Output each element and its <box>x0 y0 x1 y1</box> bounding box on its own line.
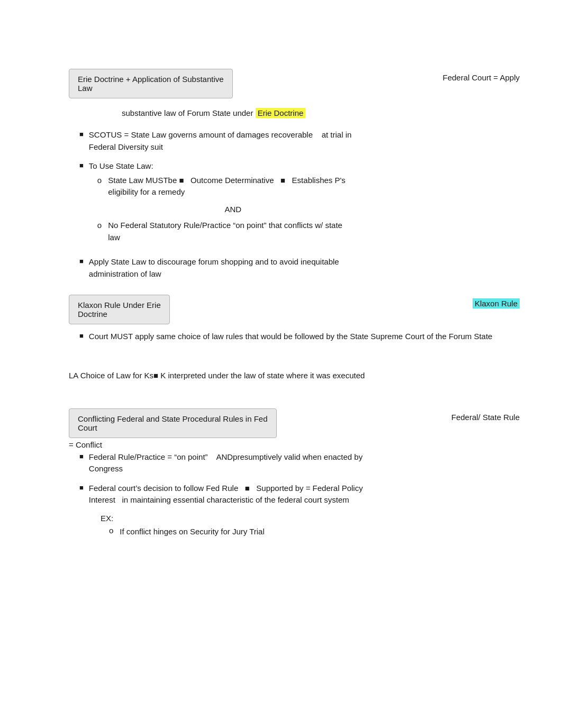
sub-item-a-text: State Law MUSTbe ■ Outcome Determinative… <box>108 175 346 198</box>
klaxon-bullet: ■ Court MUST apply same choice of law ru… <box>79 331 520 343</box>
klaxon-title-line2: Doctrine <box>78 310 161 319</box>
section1-bullet-3-text: Apply State Law to discourage forum shop… <box>89 256 339 280</box>
klaxon-header-row: Klaxon Rule Under Erie Doctrine Klaxon R… <box>69 295 520 326</box>
conflict-bullet-2: ■ Federal court’s decision to follow Fed… <box>79 483 520 506</box>
klaxon-rule-highlight: Klaxon Rule <box>473 298 520 308</box>
conflict-label-right: Federal/ State Rule <box>451 408 520 422</box>
section1-title-line1: Erie Doctrine + Application of Substanti… <box>78 75 224 84</box>
bullet-char-3: ■ <box>79 257 84 265</box>
klaxon-label-right: Klaxon Rule <box>473 295 520 308</box>
conflict-bullet-1-text: Federal Rule/Practice = “on point” ANDpr… <box>89 451 362 475</box>
conflict-equals-conflict: = Conflict <box>69 440 102 449</box>
ex-sub-char: o <box>109 526 113 535</box>
section1-intro-line: substantive law of Forum State under Eri… <box>122 107 520 120</box>
klaxon-bullet-char: ■ <box>79 332 84 340</box>
conflict-section: Conflicting Federal and State Procedural… <box>69 408 520 538</box>
sub-item-b-text: No Federal Statutory Rule/Practice “on p… <box>108 220 342 243</box>
conflict-sub-label: = Conflict <box>69 440 520 449</box>
section1-bullet-2-content: To Use State Law: o State Law MUSTbe ■ O… <box>89 160 346 249</box>
conflict-bullet-char-1: ■ <box>79 452 84 460</box>
ex-sub-item: o If conflict hinges on Security for Jur… <box>109 526 520 538</box>
erie-doctrine-highlight: Erie Doctrine <box>256 108 306 118</box>
sub-item-a: o State Law MUSTbe ■ Outcome Determinati… <box>97 175 346 198</box>
to-use-state-law-list: o State Law MUSTbe ■ Outcome Determinati… <box>89 175 346 198</box>
la-choice-section: LA Choice of Law for Ks■ K interpreted u… <box>69 369 520 382</box>
section1-title-line2: Law <box>78 84 224 93</box>
to-use-state-law-label: To Use State Law: <box>89 160 346 172</box>
section1-bullet-1: ■ SCOTUS = State Law governs amount of d… <box>79 129 520 153</box>
ex-label: EX: <box>101 514 520 523</box>
section1-box: Erie Doctrine + Application of Substanti… <box>69 69 233 101</box>
conflict-header-row: Conflicting Federal and State Procedural… <box>69 408 520 440</box>
section1-intro-before: substantive law of Forum State under <box>122 108 256 117</box>
conflict-title-line1: Conflicting Federal and State Procedural… <box>78 414 268 423</box>
conflict-title-box: Conflicting Federal and State Procedural… <box>69 408 277 438</box>
conflict-bullet-char-2: ■ <box>79 484 84 492</box>
section1-bullet-3: ■ Apply State Law to discourage forum sh… <box>79 256 520 280</box>
klaxon-title-line1: Klaxon Rule Under Erie <box>78 301 161 310</box>
section1-bullet-1-text: SCOTUS = State Law governs amount of dam… <box>89 129 352 153</box>
klaxon-title-box: Klaxon Rule Under Erie Doctrine <box>69 295 170 324</box>
bullet-char-1: ■ <box>79 130 84 138</box>
section1-header-row: Erie Doctrine + Application of Substanti… <box>69 69 520 101</box>
sub-item-b: o No Federal Statutory Rule/Practice “on… <box>97 220 346 243</box>
conflict-bullet-2-text: Federal court’s decision to follow Fed R… <box>89 483 363 506</box>
conflict-title-line2: Court <box>78 423 268 432</box>
sub-char-b: o <box>97 220 102 232</box>
section1-label-right-text: Federal Court = Apply <box>443 73 520 82</box>
to-use-state-law-list-2: o No Federal Statutory Rule/Practice “on… <box>89 220 346 243</box>
conflict-label-right-text: Federal/ State Rule <box>451 413 520 422</box>
conflict-bullet-1: ■ Federal Rule/Practice = “on point” AND… <box>79 451 520 475</box>
sub-char-a: o <box>97 175 102 187</box>
bullet-char-2: ■ <box>79 161 84 169</box>
conflict-box-wrapper: Conflicting Federal and State Procedural… <box>69 408 277 440</box>
section1-title-box: Erie Doctrine + Application of Substanti… <box>69 69 233 98</box>
ex-sub-text: If conflict hinges on Security for Jury … <box>120 526 264 538</box>
section1-bullet-2: ■ To Use State Law: o State Law MUSTbe ■… <box>79 160 520 249</box>
and-line: AND <box>89 204 346 216</box>
ex-section: EX: o If conflict hinges on Security for… <box>101 514 520 538</box>
erie-doctrine-section: Erie Doctrine + Application of Substanti… <box>69 69 520 280</box>
la-choice-text: LA Choice of Law for Ks■ K interpreted u… <box>69 371 365 380</box>
klaxon-box-wrapper: Klaxon Rule Under Erie Doctrine <box>69 295 170 326</box>
klaxon-section: Klaxon Rule Under Erie Doctrine Klaxon R… <box>69 295 520 343</box>
klaxon-bullet-text: Court MUST apply same choice of law rule… <box>89 331 493 343</box>
section1-label-right: Federal Court = Apply <box>443 69 520 82</box>
